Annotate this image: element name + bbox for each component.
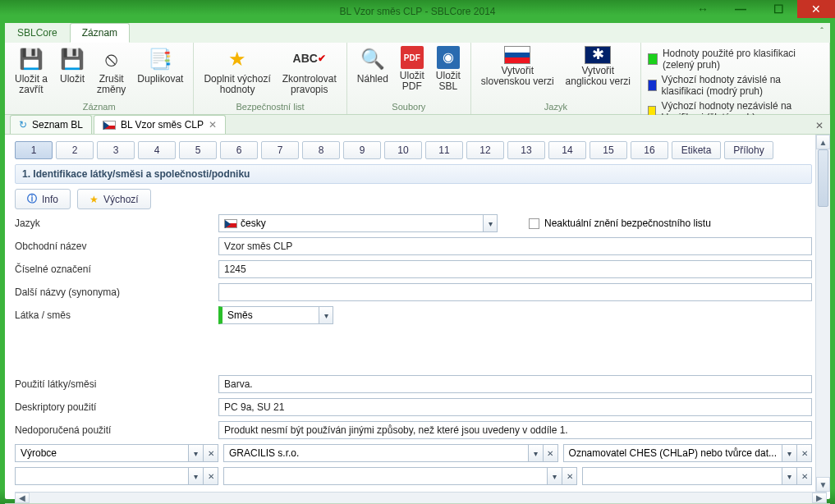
empty-combo-3[interactable]: ▾✕ [582, 467, 812, 485]
create-sk-button[interactable]: Vytvořit slovenskou verzi [476, 44, 559, 89]
numtab-10[interactable]: 10 [384, 141, 422, 159]
save-close-button[interactable]: 💾Uložit a zavřít [10, 44, 53, 97]
numtab-8[interactable]: 8 [302, 141, 340, 159]
scroll-left-icon[interactable]: ◀ [15, 493, 30, 503]
empty-combo-1[interactable]: ▾✕ [15, 467, 218, 485]
pdf-icon: PDF [401, 46, 424, 69]
fill-defaults-button[interactable]: ★Doplnit výchozí hodnoty [199, 44, 275, 97]
chevron-down-icon[interactable]: ▾ [189, 444, 204, 462]
scroll-down-icon[interactable]: ▼ [816, 477, 830, 492]
section-tabs: 1 2 3 4 5 6 7 8 9 10 11 12 13 14 15 16 E… [15, 141, 812, 159]
duplicate-button[interactable]: 📑Duplikovat [132, 44, 188, 86]
vertical-scrollbar[interactable]: ▲ ▼ [815, 135, 830, 492]
clear-icon[interactable]: ✕ [544, 444, 558, 462]
gracilis-combo[interactable]: GRACILIS s.r.o.▾✕ [223, 444, 558, 462]
ribbon-collapse-icon[interactable]: ˆ [820, 26, 824, 36]
flag-cz-icon [103, 121, 116, 130]
obchodni-input[interactable] [218, 237, 812, 255]
preview-icon: 🔍 [360, 46, 386, 72]
numtab-3[interactable]: 3 [97, 141, 135, 159]
window-dd-icon[interactable]: ↔ [684, 0, 722, 18]
latka-combo[interactable]: Směs ▾ [218, 306, 333, 324]
clear-icon[interactable]: ✕ [797, 444, 812, 462]
ribbon: 💾Uložit a zavřít 💾Uložit ⦸Zrušit změny 📑… [5, 43, 830, 115]
window-title: BL Vzor směs CLP - SBLCore 2014 [339, 6, 495, 17]
info-button[interactable]: ⓘInfo [15, 189, 71, 209]
close-button[interactable]: ✕ [797, 0, 835, 18]
chevron-down-icon[interactable]: ▾ [319, 306, 333, 324]
scroll-thumb[interactable] [818, 149, 828, 207]
numtab-2[interactable]: 2 [56, 141, 94, 159]
clear-icon[interactable]: ✕ [797, 467, 812, 485]
doctab-seznam[interactable]: ↻Seznam BL [10, 115, 92, 134]
scroll-right-icon[interactable]: ▶ [812, 493, 827, 503]
pouziti-label: Použití látky/směsi [15, 378, 212, 390]
star-icon: ★ [224, 46, 250, 72]
clear-icon[interactable]: ✕ [204, 467, 218, 485]
tab-zaznam[interactable]: Záznam [70, 23, 130, 43]
chevron-down-icon[interactable]: ▾ [189, 467, 204, 485]
vyrobce-combo[interactable]: Výrobce▾✕ [15, 444, 218, 462]
numtab-14[interactable]: 14 [548, 141, 586, 159]
chevron-down-icon[interactable]: ▾ [782, 467, 797, 485]
close-icon[interactable]: ✕ [209, 119, 217, 131]
numtab-1[interactable]: 1 [15, 141, 53, 159]
horizontal-scrollbar[interactable]: ◀ ▶ [15, 492, 827, 503]
discard-button[interactable]: ⦸Zrušit změny [92, 44, 131, 97]
minimize-button[interactable]: — [722, 0, 759, 18]
numtab-etiketa[interactable]: Etiketa [672, 141, 721, 159]
maximize-button[interactable]: ☐ [759, 0, 797, 18]
clear-icon[interactable]: ✕ [204, 444, 218, 462]
doctab-bl-vzor[interactable]: BL Vzor směs CLP✕ [94, 115, 226, 134]
numtab-4[interactable]: 4 [138, 141, 176, 159]
group-jazyk-label: Jazyk [476, 102, 635, 112]
app-tabstrip: SBLCore Záznam ˆ [5, 23, 830, 43]
create-en-button[interactable]: ✱Vytvořit anglickou verzi [561, 44, 635, 89]
numtab-prilohy[interactable]: Přílohy [724, 141, 773, 159]
chevron-down-icon[interactable]: ▾ [782, 444, 797, 462]
numtab-15[interactable]: 15 [590, 141, 627, 159]
document-tabs: ↻Seznam BL BL Vzor směs CLP✕ ✕ [5, 115, 830, 135]
numtab-13[interactable]: 13 [507, 141, 545, 159]
deskriptory-input[interactable] [218, 398, 812, 416]
chevron-down-icon[interactable]: ▾ [483, 214, 498, 232]
numtab-5[interactable]: 5 [179, 141, 217, 159]
nedop-input[interactable] [218, 421, 812, 439]
info-icon: ⓘ [27, 192, 37, 206]
numtab-16[interactable]: 16 [631, 141, 668, 159]
chevron-down-icon[interactable]: ▾ [529, 444, 544, 462]
save-pdf-button[interactable]: PDFUložit PDF [395, 44, 429, 94]
save-sbl-button[interactable]: ◉Uložit SBL [431, 44, 466, 94]
numtab-7[interactable]: 7 [261, 141, 299, 159]
vychozi-button[interactable]: ★Výchozí [77, 189, 151, 209]
chevron-down-icon[interactable]: ▾ [548, 467, 562, 485]
spellcheck-button[interactable]: ABC✔Zkontrolovat pravopis [278, 44, 342, 97]
dalsi-input[interactable] [218, 283, 812, 301]
duplicate-icon: 📑 [147, 46, 173, 72]
spellcheck-icon: ABC✔ [296, 46, 323, 72]
numtab-6[interactable]: 6 [220, 141, 258, 159]
group-zaznam-label: Záznam [10, 102, 188, 112]
group-bl-label: Bezpečnostní list [199, 102, 341, 112]
oznamovatel-combo[interactable]: Oznamovatel CHES (CHLaP) nebo tvůrce dat… [563, 444, 812, 462]
neaktualni-checkbox[interactable] [529, 218, 539, 229]
close-all-icon[interactable]: ✕ [815, 120, 824, 131]
numtab-12[interactable]: 12 [466, 141, 504, 159]
ciselne-label: Číselné označení [15, 263, 212, 275]
preview-button[interactable]: 🔍Náhled [352, 44, 393, 86]
save-button[interactable]: 💾Uložit [54, 44, 90, 86]
neaktualni-label: Neaktuální znění bezpečnostního listu [544, 218, 711, 229]
refresh-icon: ↻ [19, 119, 27, 131]
numtab-11[interactable]: 11 [425, 141, 463, 159]
empty-combo-2[interactable]: ▾✕ [223, 467, 577, 485]
scroll-up-icon[interactable]: ▲ [816, 135, 830, 149]
flag-sk-icon [504, 46, 530, 64]
tab-sblcore[interactable]: SBLCore [5, 23, 70, 43]
jazyk-combo[interactable]: česky ▾ [218, 214, 498, 232]
jazyk-label: Jazyk [15, 218, 212, 229]
numtab-9[interactable]: 9 [343, 141, 381, 159]
dalsi-label: Další názvy (synonyma) [15, 286, 212, 298]
ciselne-input[interactable] [218, 260, 812, 278]
clear-icon[interactable]: ✕ [562, 467, 577, 485]
pouziti-input[interactable] [218, 375, 812, 393]
